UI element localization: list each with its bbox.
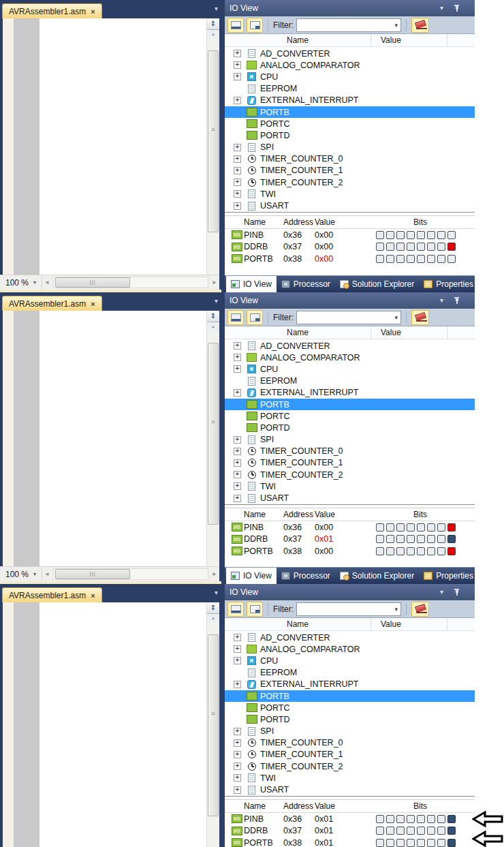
breakpoint-margin[interactable] (3, 311, 14, 566)
editor-vertical-scrollbar[interactable]: ⇕ ▴ ≡ (206, 18, 219, 275)
scroll-left-icon[interactable]: ◄ (42, 279, 52, 286)
register-header-bits[interactable]: Bits (376, 510, 464, 519)
bit-checkbox[interactable] (417, 827, 425, 835)
hscrollbar-thumb[interactable]: ||| (55, 277, 130, 288)
tree-row[interactable]: + TIMER_COUNTER_0 (225, 446, 475, 457)
register-header-name[interactable]: Name (244, 801, 283, 811)
register-header-bits[interactable]: Bits (376, 217, 464, 227)
bit-checkbox[interactable] (437, 255, 445, 263)
bit-checkbox[interactable] (427, 547, 435, 555)
bit-checkbox[interactable] (407, 523, 415, 532)
register-row[interactable]: I/O PORTB 0x38 0x00 (225, 253, 475, 265)
register-header-address[interactable]: Address (283, 801, 315, 811)
bit-checkbox[interactable] (417, 547, 425, 555)
register-row[interactable]: I/O DDRB 0x37 0x01 (225, 825, 475, 837)
tree-row[interactable]: + TIMER_COUNTER_0 (225, 737, 475, 749)
tree-row[interactable]: + TIMER_COUNTER_2 (225, 469, 475, 480)
scrollbar-thumb[interactable]: ≡ (208, 343, 219, 525)
column-header-name[interactable]: Name (225, 34, 371, 46)
expand-plus-icon[interactable]: + (234, 167, 241, 174)
expand-plus-icon[interactable]: + (234, 389, 241, 397)
register-header-name[interactable]: Name (244, 510, 283, 519)
expand-plus-icon[interactable]: + (234, 681, 241, 688)
column-header-name[interactable]: Name (225, 326, 371, 339)
tree-row[interactable]: PORTB (225, 399, 475, 410)
column-header-value[interactable]: Value (371, 326, 447, 339)
tree-row[interactable]: + CPU (225, 655, 475, 666)
bit-checkbox[interactable] (407, 535, 415, 543)
expand-plus-icon[interactable]: + (234, 73, 241, 80)
code-editor[interactable]: ⇕ ▴ ≡ (0, 18, 219, 275)
bit-checkbox[interactable] (417, 523, 425, 532)
tree-row[interactable]: + TWI (225, 188, 475, 200)
expand-plus-icon[interactable]: + (234, 751, 241, 758)
tree-row[interactable]: + ANALOG_COMPARATOR (225, 643, 475, 655)
tab-list-chevron-icon[interactable]: ▾ (215, 297, 218, 305)
bit-checkbox[interactable] (386, 255, 394, 263)
bit-checkbox[interactable] (437, 231, 445, 239)
bit-checkbox[interactable] (376, 535, 384, 543)
tree-row[interactable]: + TIMER_COUNTER_1 (225, 749, 475, 760)
bit-checkbox[interactable] (407, 255, 415, 263)
tool-window-tab[interactable]: IO View (226, 276, 277, 292)
expand-plus-icon[interactable]: + (234, 774, 241, 782)
bit-checkbox[interactable] (376, 243, 384, 251)
expand-plus-icon[interactable]: + (234, 190, 241, 198)
register-header-address[interactable]: Address (283, 510, 315, 519)
tool-window-tab[interactable]: Processor (277, 276, 335, 292)
register-header-value[interactable]: Value (315, 217, 345, 227)
bit-checkbox[interactable] (447, 547, 456, 555)
tree-row[interactable]: + SPI (225, 434, 475, 446)
filter-chevron-icon[interactable]: ▾ (394, 22, 398, 29)
column-header-value[interactable]: Value (371, 34, 447, 46)
scrollbar-thumb[interactable]: ≡ (208, 50, 219, 232)
register-header-bits[interactable]: Bits (376, 801, 464, 811)
expand-plus-icon[interactable]: + (234, 436, 241, 444)
layout-vertical-button[interactable] (247, 18, 263, 33)
tree-row[interactable]: PORTB (225, 106, 475, 118)
bit-checkbox[interactable] (396, 827, 405, 835)
bit-checkbox[interactable] (386, 535, 394, 543)
register-row[interactable]: I/O PINB 0x36 0x00 (225, 521, 475, 534)
expand-plus-icon[interactable]: + (234, 471, 241, 478)
tree-row[interactable]: + CPU (225, 363, 475, 375)
bit-checkbox[interactable] (437, 523, 445, 532)
register-header-name[interactable]: Name (244, 217, 283, 227)
register-row[interactable]: I/O DDRB 0x37 0x00 (225, 241, 475, 253)
tool-window-tab[interactable]: Processor (277, 568, 335, 584)
tab-close-icon[interactable]: × (91, 591, 95, 600)
window-menu-chevron-icon[interactable]: ▾ (440, 0, 443, 16)
bit-checkbox[interactable] (437, 827, 445, 835)
bit-checkbox[interactable] (427, 535, 435, 543)
column-header-value[interactable]: Value (371, 618, 447, 630)
document-tab[interactable]: AVRAssembler1.asm × (2, 587, 102, 602)
tree-row[interactable]: + SPI (225, 726, 475, 737)
expand-plus-icon[interactable]: + (234, 657, 241, 664)
tree-row[interactable]: PORTC (225, 118, 475, 129)
bit-checkbox[interactable] (437, 815, 445, 823)
bit-checkbox[interactable] (396, 815, 405, 823)
bit-checkbox[interactable] (376, 231, 384, 239)
bit-checkbox[interactable] (417, 255, 425, 263)
tree-row[interactable]: + AD_CONVERTER (225, 48, 475, 59)
scrollbar-track[interactable]: ≡ (207, 38, 219, 275)
bit-checkbox[interactable] (386, 839, 394, 847)
auto-hide-pin-icon[interactable] (454, 297, 460, 304)
bit-checkbox[interactable] (376, 523, 384, 532)
tool-window-tab[interactable]: IO View (226, 568, 277, 584)
zoom-level-combo[interactable]: 100 % ▾ (0, 567, 42, 581)
bit-checkbox[interactable] (427, 827, 435, 835)
clear-highlight-button[interactable] (411, 310, 429, 325)
bit-checkbox[interactable] (396, 231, 405, 239)
tree-row[interactable]: + TWI (225, 480, 475, 492)
filter-chevron-icon[interactable]: ▾ (394, 606, 398, 613)
register-header-address[interactable]: Address (283, 217, 315, 227)
column-header-name[interactable]: Name (225, 618, 371, 630)
tree-row[interactable]: PORTB (225, 690, 475, 702)
tree-row[interactable]: PORTD (225, 422, 475, 433)
expand-plus-icon[interactable]: + (234, 97, 241, 104)
bit-checkbox[interactable] (427, 243, 435, 251)
editor-horizontal-scrollbar[interactable]: ||| (53, 568, 208, 580)
expand-plus-icon[interactable]: + (234, 495, 241, 502)
tree-row[interactable]: + TIMER_COUNTER_2 (225, 176, 475, 188)
